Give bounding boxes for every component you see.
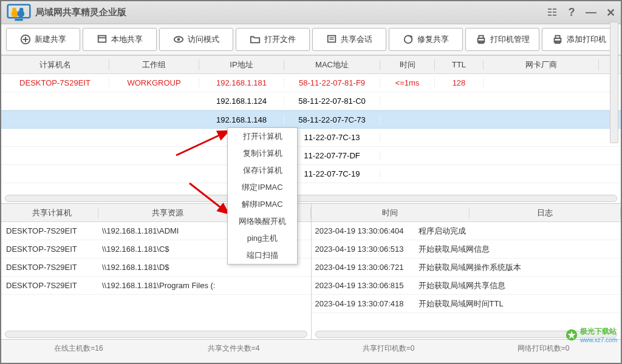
- col-ip[interactable]: IP地址: [199, 59, 284, 70]
- access-mode-button[interactable]: 访问模式: [159, 28, 233, 51]
- table-row[interactable]: DESKTOP-7S29EITWORKGROUP192.168.1.18158-…: [1, 74, 621, 92]
- svg-point-18: [177, 38, 180, 41]
- context-menu-item[interactable]: 保存计算机: [228, 162, 297, 179]
- table-row[interactable]: 1911-22-07-7C-13: [1, 129, 621, 147]
- context-menu-item[interactable]: 复制计算机: [228, 145, 297, 162]
- status-netprinters: 网络打印机数=0: [466, 343, 621, 354]
- context-menu-item[interactable]: 网络唤醒开机: [228, 213, 297, 230]
- toolbar: 新建共享 本地共享 访问模式 打开文件 共享会话 修复共享 打印机管理 添加打印…: [1, 24, 621, 55]
- context-menu-item[interactable]: 解绑IPMAC: [228, 196, 297, 213]
- local-share-button[interactable]: 本地共享: [83, 28, 157, 51]
- svg-rect-6: [548, 8, 552, 10]
- list-item[interactable]: 2023-04-19 13:30:06:513开始获取局域网信息: [312, 240, 621, 258]
- svg-rect-1: [15, 19, 22, 21]
- help-icon[interactable]: ?: [565, 6, 578, 19]
- col-workgroup[interactable]: 工作组: [109, 59, 199, 70]
- col-vendor[interactable]: 网卡厂商: [484, 59, 599, 70]
- svg-rect-7: [548, 12, 552, 13]
- context-menu-item[interactable]: 绑定IPMAC: [228, 179, 297, 196]
- svg-rect-9: [553, 8, 556, 10]
- grid-body[interactable]: DESKTOP-7S29EITWORKGROUP192.168.1.18158-…: [1, 74, 621, 194]
- watermark-url: www.xz7.com: [580, 337, 617, 343]
- list-item[interactable]: 2023-04-19 13:30:06:815开始获取局域网共享信息: [312, 277, 621, 295]
- table-row[interactable]: 1911-22-07-7C-19: [1, 165, 621, 183]
- app-logo-icon: [5, 2, 33, 23]
- col-mac[interactable]: MAC地址: [284, 59, 380, 70]
- share-col-host[interactable]: 共享计算机: [1, 207, 98, 218]
- svg-rect-10: [553, 12, 556, 13]
- log-col-time[interactable]: 时间: [312, 207, 470, 218]
- share-hscroll[interactable]: [5, 331, 307, 338]
- context-menu[interactable]: 打开计算机复制计算机保存计算机绑定IPMAC解绑IPMAC网络唤醒开机ping主…: [227, 127, 298, 265]
- svg-point-4: [12, 7, 16, 12]
- svg-point-5: [19, 7, 24, 12]
- table-row[interactable]: 192.168.1.14858-11-22-07-7C-73: [1, 110, 621, 129]
- svg-rect-11: [553, 15, 556, 16]
- log-col-msg[interactable]: 日志: [470, 207, 621, 218]
- statusbar: 在线主机数=16 共享文件夹数=4 共享打印机数=0 网络打印机数=0: [1, 339, 621, 357]
- computer-grid: 计算机名 工作组 IP地址 MAC地址 时间 TTL 网卡厂商 DESKTOP-…: [1, 55, 621, 203]
- list-item[interactable]: 2023-04-19 13:30:06:721开始获取局域网操作系统版本: [312, 258, 621, 277]
- status-printers: 共享打印机数=0: [311, 343, 466, 354]
- grid-vscroll[interactable]: [610, 55, 618, 143]
- log-panel: 时间 日志 2023-04-19 13:30:06:404程序启动完成2023-…: [311, 204, 621, 339]
- watermark: 极光下载站 www.xz7.com: [566, 326, 617, 343]
- svg-rect-25: [479, 36, 483, 39]
- app-title: 局域网共享精灵企业版: [35, 7, 545, 18]
- table-row[interactable]: 192.168.1.12458-11-22-07-81-C0: [1, 92, 621, 110]
- bottom-panels: 共享计算机 共享资源 共享类型 DESKTOP-7S29EIT\\192.168…: [1, 203, 621, 339]
- status-folders: 共享文件夹数=4: [156, 343, 311, 354]
- table-row[interactable]: 1911-22-07-77-DF: [1, 147, 621, 165]
- open-file-button[interactable]: 打开文件: [236, 28, 310, 51]
- context-menu-item[interactable]: 端口扫描: [228, 247, 297, 264]
- menu-icon[interactable]: [545, 6, 559, 19]
- svg-line-30: [176, 131, 228, 155]
- grid-header: 计算机名 工作组 IP地址 MAC地址 时间 TTL 网卡厂商: [1, 56, 621, 74]
- grid-hscroll[interactable]: [5, 195, 617, 202]
- list-item[interactable]: DESKTOP-7S29EIT\\192.168.1.181\Program F…: [1, 277, 311, 295]
- repair-share-button[interactable]: 修复共享: [389, 28, 463, 51]
- add-printer-button[interactable]: 添加打印机: [542, 28, 616, 51]
- context-menu-item[interactable]: 打开计算机: [228, 128, 297, 145]
- log-body[interactable]: 2023-04-19 13:30:06:404程序启动完成2023-04-19 …: [312, 222, 621, 329]
- col-computer[interactable]: 计算机名: [1, 59, 109, 70]
- annotation-arrow-1: [176, 127, 234, 157]
- list-item[interactable]: 2023-04-19 13:30:07:418开始获取局域网时间TTL: [312, 295, 621, 313]
- watermark-brand: 极光下载站: [580, 326, 617, 337]
- context-menu-item[interactable]: ping主机: [228, 230, 297, 247]
- svg-rect-19: [328, 36, 336, 42]
- svg-marker-23: [411, 35, 413, 38]
- svg-line-31: [190, 183, 228, 214]
- app-window: 局域网共享精灵企业版 ? — ✕ 新建共享 本地共享 访问模式 打开文件 共享会…: [0, 0, 622, 364]
- col-time[interactable]: 时间: [380, 59, 435, 70]
- svg-rect-8: [548, 15, 552, 16]
- status-hosts: 在线主机数=16: [1, 343, 156, 354]
- printer-manage-button[interactable]: 打印机管理: [465, 28, 539, 51]
- close-icon[interactable]: ✕: [604, 6, 617, 19]
- col-ttl[interactable]: TTL: [435, 60, 484, 69]
- svg-rect-15: [98, 36, 106, 42]
- titlebar: 局域网共享精灵企业版 ? — ✕: [1, 1, 621, 24]
- svg-rect-28: [555, 36, 559, 39]
- share-session-button[interactable]: 共享会话: [312, 28, 386, 51]
- minimize-icon[interactable]: —: [584, 6, 598, 19]
- window-controls: ? — ✕: [545, 6, 617, 19]
- new-share-button[interactable]: 新建共享: [6, 28, 80, 51]
- list-item[interactable]: 2023-04-19 13:30:06:404程序启动完成: [312, 222, 621, 240]
